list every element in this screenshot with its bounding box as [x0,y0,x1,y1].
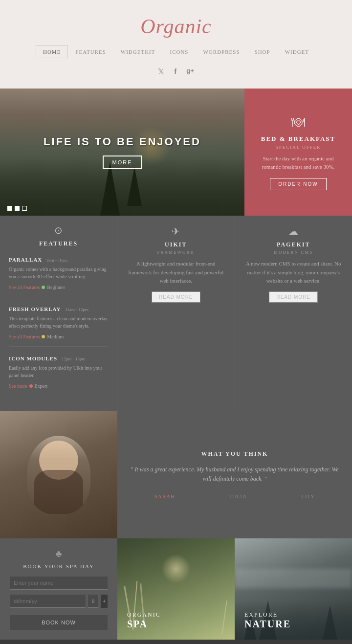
features-icon: ⊙ [9,224,108,236]
review-name-julia[interactable]: JULIA [229,493,247,499]
feature-item-icons: ICON MODULES 12pm - 13pm Easily add any … [9,354,108,396]
pagekit-name: PAGEKIT [245,241,343,248]
main-nav: HOME FEATURES WIDGETKIT ICONS WORDPRESS … [10,45,342,58]
social-bar: 𝕏 f g+ [10,63,342,84]
hero-dots [7,206,27,211]
bottom-section: ♣ BOOK YOUR SPA DAY 0 + BOOK NOW ORGANIC [0,538,352,640]
spa-row: 0 + [10,595,108,608]
uikit-desc: A lightweight and modular front-end fram… [127,260,225,286]
review-title: WHAT YOU THINK [127,450,342,458]
uikit-subtitle: FRAMEWORK [127,250,225,255]
nav-item-widgetkit[interactable]: WIDGETKIT [113,45,163,58]
review-name-sarah[interactable]: SARAH [154,493,175,499]
feat-title-overlay: FRESH OVERLAY [9,306,61,312]
explore-nature-label: EXPLORE [244,611,278,619]
feat-link-parallax[interactable]: See all Features [9,285,40,290]
feat-time-icons: 12pm - 13pm [62,356,86,361]
feat-desc-parallax: Organic comes with a background parallax… [9,266,108,280]
features-name: FEATURES [9,240,108,247]
uikit-card: ✈ UIKIT FRAMEWORK A lightweight and modu… [117,216,235,411]
features-left-panel: ⊙ FEATURES PARALLAX 9am - 10am Organic c… [0,216,117,411]
nav-item-features[interactable]: FEATURES [68,45,113,58]
feat-link-icons[interactable]: See more [9,383,27,389]
badge-dot-expert [29,384,33,388]
features-row: ⊙ FEATURES PARALLAX 9am - 10am Organic c… [0,216,352,411]
uikit-icon: ✈ [127,225,225,237]
pagekit-card: ☁ PAGEKIT MODERN CMS A new modern CMS to… [235,216,352,411]
dot-1[interactable] [7,206,12,211]
feature-item-parallax: PARALLAX 9am - 10am Organic comes with a… [9,255,108,297]
nav-item-icons[interactable]: ICONS [162,45,196,58]
promo-subtitle: SPECIAL OFFER [276,145,321,150]
uikit-read-more-button[interactable]: READ MORE [152,291,200,303]
counter-plus-button[interactable]: + [101,595,108,608]
badge-label-medium: Medium [47,334,64,339]
feat-desc-overlay: This template features a clean and moder… [9,315,108,330]
spa-name-input[interactable] [10,577,108,590]
review-name-lily[interactable]: LILY [301,493,315,499]
organic-spa-card[interactable]: ORGANIC SPA [117,538,235,640]
spa-icon: ♣ [55,548,62,559]
promo-icon: 🍽 [291,114,305,130]
promo-card: 🍽 BED & BREAKFAST SPECIAL OFFER Start th… [244,89,352,216]
badge-dot-medium [42,335,45,338]
googleplus-icon[interactable]: g+ [186,67,194,76]
feat-time-parallax: 9am - 10am [46,258,67,263]
hero-more-button[interactable]: MORE [103,155,142,169]
nav-item-home[interactable]: HOME [36,45,68,58]
nav-item-wordpress[interactable]: WORDPRESS [196,45,247,58]
badge-label-beginner: Beginner [47,285,65,290]
feat-desc-icons: Easily add any icon provided by Uikit in… [9,364,108,379]
uikit-name: UIKIT [127,241,225,248]
pagekit-desc: A new modern CMS to create and share. No… [245,260,343,286]
pagekit-icon: ☁ [245,225,343,237]
spa-title: BOOK YOUR SPA DAY [23,563,94,569]
twitter-icon[interactable]: 𝕏 [158,67,164,76]
explore-nature-card[interactable]: EXPLORE NATURE [235,538,352,640]
nav-item-shop[interactable]: SHOP [247,45,278,58]
spa-booking-panel: ♣ BOOK YOUR SPA DAY 0 + BOOK NOW [0,538,117,640]
review-text: " It was a great experience. My husband … [127,465,342,484]
footer-main: Organic ORGANIC SPA Goose Market 32,New … [0,640,352,644]
hero-image: LIFE IS TO BE ENJOYED MORE [0,89,244,216]
portrait-card [0,411,117,538]
header: Organic HOME FEATURES WIDGETKIT ICONS WO… [0,0,352,89]
book-now-button[interactable]: BOOK NOW [10,615,108,630]
badge-label-expert: Expert [35,383,48,389]
dot-3[interactable] [22,206,27,211]
feat-title-icons: ICON MODULES [9,355,57,361]
site-title: Organic [10,15,342,38]
feat-title-parallax: PARALLAX [9,257,42,263]
promo-description: Start the day with an organic and romant… [254,155,342,171]
dot-2[interactable] [15,206,20,211]
badge-dot-beginner [42,286,45,289]
feature-item-overlay: FRESH OVERLAY 11am - 12pm This template … [9,304,108,347]
spa-date-input[interactable] [10,595,86,608]
facebook-icon[interactable]: f [174,67,176,76]
organic-spa-label: ORGANIC [127,611,161,619]
review-card: WHAT YOU THINK " It was a great experien… [117,411,352,538]
pagekit-read-more-button[interactable]: READ MORE [269,291,318,303]
review-names: SARAH JULIA LILY [127,493,342,499]
promo-title: BED & BREAKFAST [261,135,336,143]
nav-item-widget[interactable]: WIDGET [278,45,316,58]
explore-nature-title: NATURE [244,619,291,630]
guests-counter: 0 [88,595,99,608]
portrait-review-row: WHAT YOU THINK " It was a great experien… [0,411,352,538]
guests-count: 0 [92,598,95,604]
pagekit-subtitle: MODERN CMS [245,250,343,255]
hero-section: LIFE IS TO BE ENJOYED MORE 🍽 BED & BREAK… [0,89,352,216]
order-now-button[interactable]: ORDER NOW [270,178,326,190]
feat-time-overlay: 11am - 12pm [65,307,88,312]
hero-title: LIFE IS TO BE ENJOYED [44,135,201,148]
feat-link-overlay[interactable]: See all Features [9,334,40,339]
organic-spa-title: SPA [127,619,148,630]
nature-cards: ORGANIC SPA EXPLORE NATURE [117,538,352,640]
